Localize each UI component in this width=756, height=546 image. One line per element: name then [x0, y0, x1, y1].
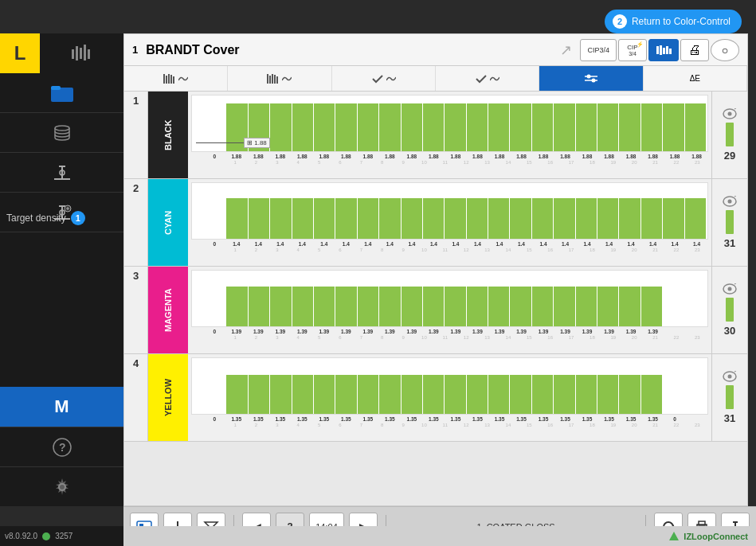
toolbar-tab-5-active[interactable]: [539, 66, 643, 91]
svg-line-43: [734, 108, 736, 109]
cip-button-group: CIP3/4 CIP3/4⚡ 🖨 ○: [580, 39, 739, 61]
target-density-tooltip: Target density 1: [6, 211, 85, 225]
measure-icon: [51, 162, 73, 184]
status-dot: [42, 532, 50, 540]
refresh-button[interactable]: ○: [711, 39, 739, 61]
help-icon: ?: [52, 437, 72, 458]
channel-label-magenta: MAGENTA: [148, 267, 188, 353]
chart-area: 1BLACK⊞ 1.8801.881.881.881.881.881.881.8…: [124, 92, 747, 505]
channel-val-cell: 1.35: [402, 416, 423, 422]
channel-val-cell: 1.39: [445, 329, 467, 334]
channel-val-cell: 0: [204, 241, 225, 247]
toolbar-tab-delta-e[interactable]: ΔE: [644, 66, 747, 91]
channel-val-cell: 1.35: [511, 416, 532, 422]
toolbar-tab-2[interactable]: [228, 66, 331, 91]
channel-val-cell: [686, 329, 707, 334]
channel-row-yellow: 4YELLOW01.351.351.351.351.351.351.351.35…: [124, 354, 747, 442]
channel-val-cell: 1.4: [598, 241, 620, 247]
cip34-button-2[interactable]: CIP3/4⚡: [618, 39, 647, 61]
sidebar-item-database[interactable]: [0, 113, 123, 153]
channel-val-cell: 1.39: [642, 329, 664, 334]
channel-val-cell: 1.35: [248, 416, 269, 422]
sidebar: L: [0, 33, 123, 506]
loop-connect-label: IZLoopConnect: [684, 532, 748, 541]
channel-val-cell: 1.88: [358, 154, 379, 159]
channel-val-cell: 1.88: [642, 154, 664, 159]
svg-rect-32: [267, 74, 268, 84]
svg-rect-22: [656, 46, 659, 54]
channel-label-cyan: CYAN: [148, 179, 188, 266]
channel-val-cell: 1.35: [577, 416, 598, 422]
svg-rect-25: [666, 46, 668, 54]
channel-val-cell: 1.4: [335, 241, 357, 247]
channel-val-cell: 1.35: [642, 416, 664, 422]
channel-val-cell: 1.4: [489, 241, 511, 247]
channel-val-cell: 1.35: [489, 416, 511, 422]
channel-val-cell: 1.4: [445, 241, 467, 247]
channel-right-yellow: 31: [711, 354, 747, 441]
tooltip-badge: 1: [71, 211, 85, 225]
channel-val-cell: 1.88: [577, 154, 598, 159]
channel-val-cell: 1.39: [226, 329, 248, 334]
svg-rect-24: [663, 48, 665, 54]
toolbar-tab-3[interactable]: [332, 66, 436, 91]
channel-val-cell: [664, 329, 686, 334]
toolbar-tab-1[interactable]: [124, 66, 228, 91]
delta-e-label: ΔE: [690, 74, 700, 83]
channel-chart-black: 01.881.881.881.881.881.881.881.881.881.8…: [188, 92, 711, 178]
channel-val-cell: 1.35: [554, 416, 576, 422]
job-number: 1: [132, 44, 138, 56]
channel-num-1: 1: [124, 92, 148, 178]
header-bar: 1 BRANDT Cover ↗ CIP3/4 CIP3/4⚡ 🖨 ○: [124, 34, 747, 66]
channel-val-cell: 1.35: [467, 416, 488, 422]
channel-val-cell: 1.4: [402, 241, 423, 247]
channel-val-cell: 0: [204, 154, 225, 159]
channel-val-cell: 1.39: [314, 329, 335, 334]
channel-val-cell: 1.4: [423, 241, 445, 247]
toolbar-tab-4[interactable]: [436, 66, 539, 91]
svg-point-7: [55, 126, 69, 131]
channel-val-cell: 1.88: [270, 154, 292, 159]
cip34-button-1[interactable]: CIP3/4: [580, 39, 617, 61]
channel-num-3: 3: [124, 267, 148, 353]
channel-val-cell: 1.88: [402, 154, 423, 159]
bars-icon-1: [163, 74, 176, 84]
channel-label-black: BLACK: [148, 92, 188, 178]
svg-rect-33: [269, 76, 271, 84]
sidebar-item-folder[interactable]: [0, 73, 123, 113]
wave-icon-4: [490, 76, 499, 82]
svg-rect-4: [88, 49, 90, 59]
channel-val-cell: 1.88: [621, 154, 642, 159]
svg-point-48: [728, 287, 732, 291]
channel-val-cell: 1.39: [423, 329, 445, 334]
channel-val-cell: 1.39: [533, 329, 554, 334]
svg-rect-2: [80, 48, 82, 59]
pages-label: 3257: [55, 532, 72, 540]
print-button[interactable]: 🖨: [680, 39, 709, 61]
channel-val-cell: 0: [204, 329, 225, 334]
folder-icon: [51, 84, 73, 103]
channel-val-cell: 1.39: [554, 329, 576, 334]
channel-chart-yellow: 01.351.351.351.351.351.351.351.351.351.3…: [188, 354, 711, 441]
density-button[interactable]: [648, 39, 679, 61]
sidebar-item-gear[interactable]: [0, 466, 123, 506]
sidebar-M-button[interactable]: M: [0, 387, 123, 427]
channel-val-cell: 1.39: [270, 329, 292, 334]
svg-point-40: [591, 78, 595, 82]
channel-val-cell: 1.39: [379, 329, 401, 334]
channel-val-cell: 1.88: [379, 154, 401, 159]
sidebar-item-target-density[interactable]: [0, 153, 123, 193]
main-status: IZLoopConnect: [123, 526, 756, 546]
channel-val-cell: 1.35: [445, 416, 467, 422]
sidebar-L-badge: L: [0, 33, 40, 73]
channel-val-cell: 1.4: [270, 241, 292, 247]
channel-val-cell: 1.35: [423, 416, 445, 422]
bars-icon-2: [267, 74, 280, 84]
channel-val-cell: 1.35: [358, 416, 379, 422]
return-to-color-control-button[interactable]: 2 Return to Color-Control: [605, 10, 742, 33]
sidebar-item-help[interactable]: ?: [0, 427, 123, 466]
svg-point-39: [586, 74, 590, 78]
svg-rect-28: [166, 76, 167, 84]
channel-right-cyan: 31: [711, 179, 747, 266]
channel-val-cell: 1.39: [598, 329, 620, 334]
